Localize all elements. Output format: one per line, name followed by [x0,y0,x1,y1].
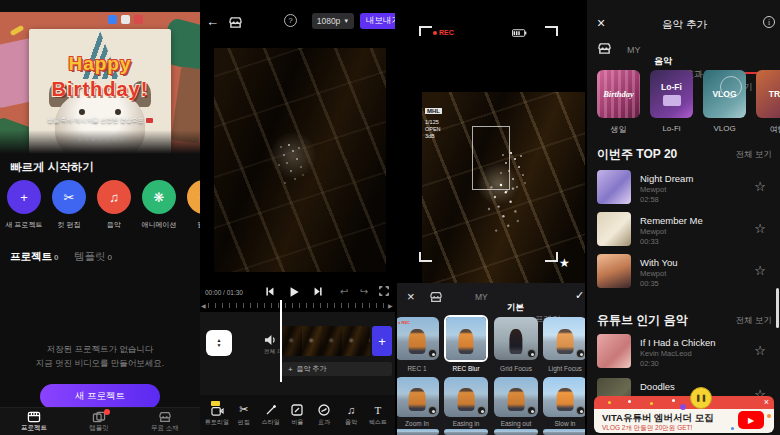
help-icon[interactable]: ? [284,14,297,27]
undo-icon[interactable]: ↩ [340,286,348,297]
redo-icon[interactable]: ↪ [360,286,368,297]
favorite-star-icon[interactable]: ☆ [754,343,766,358]
filter-tile-easing-out[interactable] [494,377,538,417]
favorite-star-icon[interactable]: ☆ [754,221,766,236]
pause-smiley-button[interactable]: ❚❚ [690,387,712,409]
tool-edit[interactable]: ✂편집 [231,403,257,427]
tool-ratio[interactable]: 비율 [284,404,310,427]
new-project-button[interactable]: 새 프로젝트 [40,384,160,409]
sparkle-icon: ❋ [154,190,165,205]
filter-tile-rec-blur-selected[interactable] [444,315,488,362]
info-icon[interactable]: i [763,16,775,28]
quick-cut-edit-button[interactable]: ✂ [52,180,86,214]
favorite-star-icon[interactable]: ★ [559,256,570,270]
quick-animation-button[interactable]: ❋ [142,180,176,214]
category-card-travel[interactable]: TRA [756,70,780,118]
section-title-top20: 이번주 TOP 20 [597,146,677,163]
filter-tile-easing-in[interactable] [444,377,488,417]
home-bottom-nav: 프로젝트 템플릿 무료 소재 [0,407,200,435]
filter-tile-partial[interactable] [444,429,488,435]
banner-body: VITA유튜버 엠버서더 모집 VLOG 2개 만들면 20만원 GET! ▶ [594,409,774,433]
view-all-youtube[interactable]: 전체 보기 [736,315,772,327]
song-row[interactable]: With You Mewpot 00:35 ☆ [587,254,780,292]
music-tab-music[interactable]: 음악 [654,55,780,68]
sparkler-light [510,152,512,154]
song-row[interactable]: Remember Me Mewpot 00:33 ☆ [587,212,780,250]
camera-preview[interactable] [422,92,585,283]
tab-projects[interactable]: 프로젝트0 [10,250,58,264]
music-tab-my[interactable]: MY [627,45,780,55]
filter-tile-light-focus[interactable] [543,317,585,360]
category-card-birthday[interactable]: Birthday [597,70,640,118]
song-row[interactable]: Night Dream Mewpot 02:58 ☆ [587,170,780,208]
store-icon[interactable] [429,291,443,303]
filter-badge-icon [527,349,536,358]
filter-tile-slow-in[interactable] [543,377,585,417]
music-note-icon: ♫ [109,190,119,205]
music-note-icon: ♫ [347,404,355,416]
quick-label: 새 프로젝트 [2,220,46,230]
favorite-star-icon[interactable]: ☆ [754,179,766,194]
filter-label: Slow in [539,420,585,427]
filter-screen: REC MHL 1/125 OPEN 3dB ★ × MY 기본 프레임 겨울 … [395,0,585,435]
fullscreen-icon[interactable] [379,286,389,296]
tool-text[interactable]: T텍스트 [365,404,391,427]
filter-tile-partial[interactable] [543,429,585,435]
filter-tile-partial[interactable] [395,429,439,435]
track-reorder-button[interactable]: ▲▼ [206,330,232,356]
nav-templates[interactable]: 템플릿 [89,411,109,433]
filter-tile-rec1[interactable]: ● REC [395,317,439,360]
music-sheet-title: 음악 추가 [587,18,780,32]
export-button[interactable]: 내보내기 [360,13,395,29]
timecode: 00:00 / 01:30 [205,289,243,296]
view-all-top20[interactable]: 전체 보기 [736,149,772,161]
tool-music[interactable]: ♫음악 [338,404,364,427]
confetti-dot [767,414,771,418]
quick-new-project-button[interactable]: + [7,180,41,214]
mini-app-icon-1 [108,15,117,24]
prev-frame-icon[interactable] [264,286,275,297]
album-art [597,212,631,246]
category-card-lofi[interactable]: Lo-Fi [650,70,693,118]
back-icon[interactable]: ← [206,14,219,29]
quick-label: 음악 [92,220,136,230]
store-icon[interactable] [228,16,243,29]
video-clip-strip[interactable] [282,326,370,356]
nav-free-assets[interactable]: 무료 소재 [151,411,179,433]
resolution-dropdown[interactable]: 1080p▼ [312,13,354,29]
timeline-ruler[interactable] [208,303,386,308]
add-clip-button[interactable]: + [372,326,392,356]
close-icon[interactable]: × [407,289,415,304]
filter-tile-grid-focus[interactable] [494,317,538,360]
add-music-track-button[interactable]: + 음악 추가 [282,362,392,376]
camera-info-block: MHL 1/125 OPEN 3dB [425,99,442,139]
store-icon [158,411,172,423]
nav-projects[interactable]: 프로젝트 [21,411,47,433]
tool-tutorial[interactable]: 튜토리얼 [204,404,230,427]
filter-tab-basic[interactable]: 기본 [507,302,585,314]
quick-filter-button[interactable]: ✦ [187,180,200,214]
song-row[interactable]: If I Had a Chicken Kevin MacLeod 02:30 ☆ [587,334,780,372]
next-frame-icon[interactable] [313,286,324,297]
favorite-star-icon[interactable]: ☆ [754,263,766,278]
tool-effect[interactable]: 효과 [311,404,337,427]
promo-banner-carousel[interactable]: Happy Birthday! 생일 축하 메시지를 선명한 영상으로 [0,12,200,154]
quick-music-button[interactable]: ♫ [97,180,131,214]
filter-tile-zoom-in[interactable] [395,377,439,417]
confirm-check-icon[interactable]: ✓ [575,289,584,302]
store-icon[interactable] [597,42,612,55]
playhead[interactable] [280,300,282,382]
tool-style[interactable]: 스타일 [258,404,284,427]
filter-tile-partial[interactable] [494,429,538,435]
filter-tab-my[interactable]: MY [475,292,585,302]
confetti-ribbon [10,25,25,36]
play-icon[interactable] [288,286,300,298]
tab-templates[interactable]: 템플릿0 [74,250,112,264]
category-card-vlog[interactable]: VLOG [703,70,746,118]
templates-icon [92,411,106,423]
text-icon: T [375,404,382,416]
video-preview[interactable] [214,48,386,272]
scrollbar[interactable] [776,288,779,328]
banner-close-icon[interactable]: × [764,397,769,407]
ambassador-banner[interactable]: ❚❚ × VITA유튜버 엠버서더 모집 VLOG 2개 만들면 20만원 GE… [594,396,774,433]
